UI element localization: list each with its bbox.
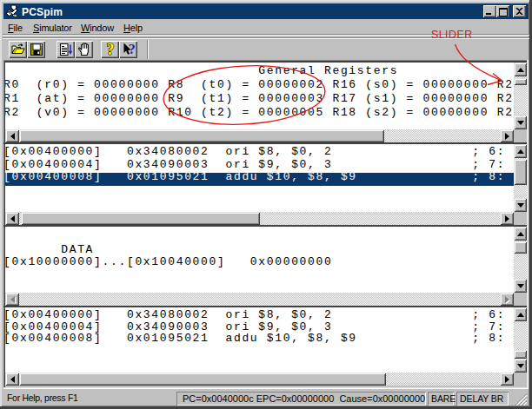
svg-text:?: ?	[106, 43, 114, 56]
svg-text:?: ?	[128, 43, 135, 56]
